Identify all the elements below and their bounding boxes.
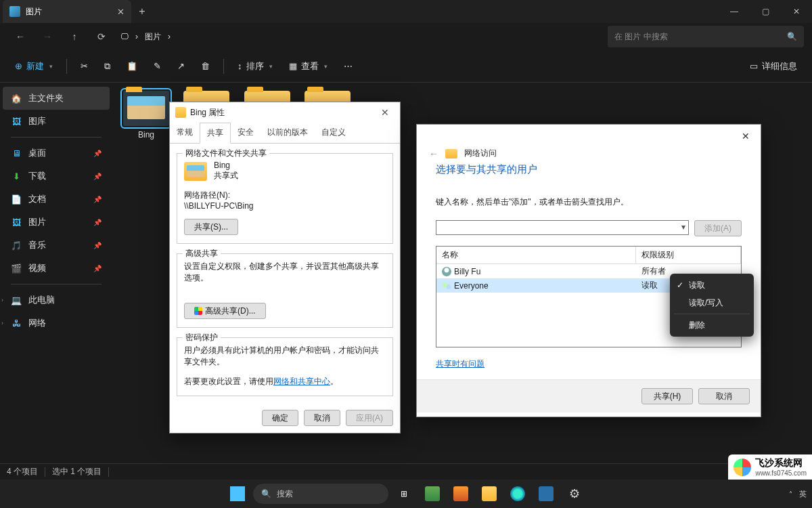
new-tab-button[interactable]: + <box>131 1 153 22</box>
copy-button[interactable]: ⧉ <box>97 55 117 78</box>
folder-bing[interactable]: Bing <box>119 91 173 140</box>
sidebar-videos[interactable]: 🎬视频📌 <box>3 257 110 280</box>
taskbar-search[interactable]: 🔍搜索 <box>253 484 388 504</box>
share-button[interactable]: ↗ <box>171 55 191 78</box>
breadcrumb[interactable]: 🖵 › 图片 › <box>120 31 171 43</box>
close-icon[interactable]: ✕ <box>376 107 394 118</box>
close-icon[interactable]: ✕ <box>735 127 757 146</box>
sidebar-desktop[interactable]: 🖥桌面📌 <box>3 142 110 165</box>
shield-icon <box>194 307 202 315</box>
share-confirm-button[interactable]: 共享(H) <box>641 388 693 404</box>
downloads-icon: ⬇ <box>11 171 22 182</box>
ctx-read[interactable]: 读取 <box>670 276 754 294</box>
delete-button[interactable]: 🗑 <box>194 55 217 78</box>
search-input[interactable]: 在 图片 中搜索 🔍 <box>608 26 804 47</box>
nav-row: ← → ↑ ⟳ 🖵 › 图片 › 在 图片 中搜索 🔍 <box>0 23 812 50</box>
network-center-link[interactable]: 网络和共享中心 <box>273 377 330 386</box>
cancel-button[interactable]: 取消 <box>698 388 750 404</box>
ok-button[interactable]: 确定 <box>262 410 298 426</box>
cut-icon: ✂ <box>81 61 88 71</box>
search-icon: 🔍 <box>261 489 271 499</box>
toolbar: ⊕ 新建 ▾ ✂ ⧉ 📋 ✎ ↗ 🗑 ↕ 排序 ▾ ▦ 查看 ▾ ⋯ ▭ 详细信… <box>0 50 812 83</box>
apply-button: 应用(A) <box>346 410 393 426</box>
new-button[interactable]: ⊕ 新建 ▾ <box>8 55 60 78</box>
more-button[interactable]: ⋯ <box>337 55 359 78</box>
col-name[interactable]: 名称 <box>436 247 636 263</box>
copy-icon: ⧉ <box>104 61 110 72</box>
watermark-logo <box>734 459 751 476</box>
sidebar-network[interactable]: ›🖧网络 <box>3 312 110 335</box>
search-icon: 🔍 <box>787 32 797 41</box>
view-button[interactable]: ▦ 查看 ▾ <box>282 55 334 78</box>
status-items: 4 个项目 <box>7 466 38 478</box>
advanced-share-button[interactable]: 高级共享(D)... <box>184 303 266 319</box>
maximize-button[interactable]: ▢ <box>750 0 781 23</box>
sidebar-downloads[interactable]: ⬇下载📌 <box>3 165 110 188</box>
tray-lang: 英 <box>799 489 807 499</box>
sidebar-pictures[interactable]: 🖼图片📌 <box>3 211 110 234</box>
sidebar-music[interactable]: 🎵音乐📌 <box>3 234 110 257</box>
minimize-button[interactable]: — <box>719 0 750 23</box>
back-button[interactable]: ← <box>8 26 32 47</box>
start-button[interactable] <box>225 481 250 507</box>
window-controls: — ▢ ✕ <box>719 0 812 23</box>
sidebar-thispc[interactable]: ›💻此电脑 <box>3 289 110 312</box>
dialog-titlebar[interactable]: Bing 属性 ✕ <box>170 102 400 123</box>
taskbar: 🔍搜索 ⊞ ⚙ ˄ 英 <box>0 480 812 508</box>
task-view-button[interactable]: ⊞ <box>391 481 417 507</box>
pc-icon: 💻 <box>11 295 22 305</box>
folder-icon <box>445 149 457 158</box>
tabs: 常规 共享 安全 以前的版本 自定义 <box>170 123 400 144</box>
close-tab-icon[interactable]: ✕ <box>117 7 125 17</box>
share-button[interactable]: 共享(S)... <box>184 219 238 235</box>
chevron-right-icon: › <box>168 32 171 41</box>
tab-sharing[interactable]: 共享 <box>200 123 231 144</box>
cut-button[interactable]: ✂ <box>74 55 95 78</box>
system-tray[interactable]: ˄ 英 <box>789 489 807 499</box>
share-icon: ↗ <box>177 61 185 71</box>
sharing-help-link[interactable]: 共享时有问题 <box>436 359 484 368</box>
pin-icon: 📌 <box>93 219 102 226</box>
music-icon: 🎵 <box>11 240 22 251</box>
tab-general[interactable]: 常规 <box>170 123 200 143</box>
back-icon[interactable]: ← <box>429 148 438 159</box>
dialog-subtext: 键入名称，然后单击"添加"，或者单击箭头查找用户。 <box>436 196 742 208</box>
ctx-remove[interactable]: 删除 <box>670 316 754 334</box>
password-text1: 用户必须具有此计算机的用户帐户和密码，才能访问共享文件夹。 <box>184 345 386 368</box>
rename-button[interactable]: ✎ <box>147 55 168 78</box>
breadcrumb-item[interactable]: 图片 <box>145 31 161 43</box>
taskbar-app[interactable] <box>420 481 445 507</box>
cancel-button[interactable]: 取消 <box>304 410 340 426</box>
search-placeholder: 在 图片 中搜索 <box>614 31 668 43</box>
ctx-readwrite[interactable]: 读取/写入 <box>670 294 754 312</box>
sidebar-gallery[interactable]: 🖼图库 <box>3 110 110 133</box>
window-tab[interactable]: 图片 ✕ <box>3 0 131 23</box>
sidebar-home[interactable]: 🏠主文件夹 <box>3 87 110 110</box>
sort-button[interactable]: ↕ 排序 ▾ <box>231 55 279 78</box>
statusbar: 4 个项目 选中 1 个项目 ≡ ▦ <box>0 463 812 480</box>
paste-button[interactable]: 📋 <box>120 55 144 78</box>
taskbar-edge[interactable] <box>505 481 531 507</box>
sidebar-documents[interactable]: 📄文档📌 <box>3 188 110 211</box>
tab-security[interactable]: 安全 <box>231 123 261 143</box>
up-button[interactable]: ↑ <box>62 26 87 47</box>
dialog-heading: 选择要与其共享的用户 <box>436 163 742 176</box>
group-text: 设置自定义权限，创建多个共享，并设置其他高级共享选项。 <box>184 261 386 284</box>
rename-icon: ✎ <box>154 61 161 71</box>
refresh-button[interactable]: ⟳ <box>89 26 114 47</box>
user-combo[interactable] <box>436 220 689 235</box>
videos-icon: 🎬 <box>11 263 22 274</box>
taskbar-store[interactable] <box>533 481 559 507</box>
taskbar-explorer[interactable] <box>476 481 502 507</box>
folder-icon <box>175 107 186 118</box>
details-button[interactable]: ▭ 详细信息 <box>743 55 804 78</box>
close-button[interactable]: ✕ <box>781 0 812 23</box>
watermark: 飞沙系统网 www.fs0745.com <box>728 454 812 480</box>
group-title: 网络文件和文件夹共享 <box>183 148 269 159</box>
col-perm[interactable]: 权限级别 <box>636 247 741 263</box>
taskbar-app[interactable] <box>448 481 474 507</box>
permission-context-menu: 读取 读取/写入 删除 <box>670 274 754 337</box>
tab-custom[interactable]: 自定义 <box>315 123 353 143</box>
tab-previous[interactable]: 以前的版本 <box>261 123 315 143</box>
taskbar-settings[interactable]: ⚙ <box>562 481 587 507</box>
